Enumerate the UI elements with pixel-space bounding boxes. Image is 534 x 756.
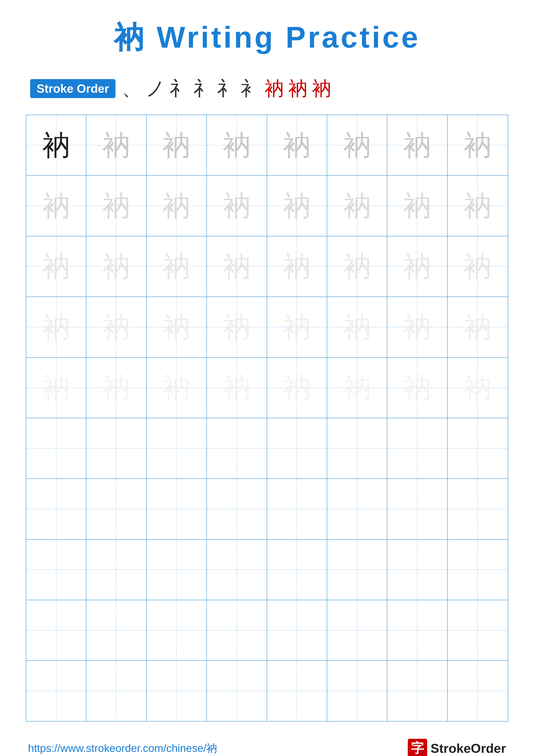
grid-cell-10-1[interactable] bbox=[26, 661, 87, 721]
grid-cell-3-6[interactable]: 衲 bbox=[327, 236, 387, 297]
grid-cell-8-8[interactable] bbox=[447, 540, 508, 600]
grid-cell-6-5[interactable] bbox=[267, 418, 327, 478]
grid-cell-7-3[interactable] bbox=[147, 479, 207, 539]
stroke-5: 礻 bbox=[217, 75, 237, 102]
char-display: 衲 bbox=[283, 374, 311, 402]
grid-cell-7-8[interactable] bbox=[447, 479, 508, 539]
grid-cell-3-7[interactable]: 衲 bbox=[387, 236, 447, 297]
grid-cell-6-6[interactable] bbox=[327, 418, 387, 478]
grid-cell-9-4[interactable] bbox=[207, 600, 267, 660]
grid-cell-7-2[interactable] bbox=[87, 479, 146, 539]
grid-cell-8-2[interactable] bbox=[87, 540, 146, 600]
grid-cell-9-5[interactable] bbox=[267, 600, 327, 660]
grid-cell-7-7[interactable] bbox=[387, 479, 447, 539]
grid-cell-1-6[interactable]: 衲 bbox=[327, 115, 387, 175]
grid-cell-2-8[interactable]: 衲 bbox=[447, 176, 508, 236]
char-display: 衲 bbox=[163, 192, 191, 220]
grid-cell-2-1[interactable]: 衲 bbox=[26, 176, 87, 236]
grid-cell-5-5[interactable]: 衲 bbox=[267, 358, 327, 418]
grid-cell-7-5[interactable] bbox=[267, 479, 327, 539]
grid-cell-6-7[interactable] bbox=[387, 418, 447, 478]
grid-cell-1-8[interactable]: 衲 bbox=[447, 115, 508, 175]
grid-cell-2-2[interactable]: 衲 bbox=[87, 176, 146, 236]
grid-cell-6-1[interactable] bbox=[26, 418, 87, 478]
grid-cell-9-8[interactable] bbox=[447, 600, 508, 660]
grid-cell-3-2[interactable]: 衲 bbox=[87, 236, 146, 297]
char-display: 衲 bbox=[464, 374, 492, 402]
practice-grid: 衲 衲 衲 衲 衲 衲 衲 衲 bbox=[26, 115, 508, 721]
grid-cell-8-7[interactable] bbox=[387, 540, 447, 600]
grid-row-6 bbox=[26, 418, 508, 479]
grid-cell-4-8[interactable]: 衲 bbox=[447, 297, 508, 357]
grid-cell-5-7[interactable]: 衲 bbox=[387, 358, 447, 418]
footer-url[interactable]: https://www.strokeorder.com/chinese/衲 bbox=[28, 741, 217, 756]
grid-cell-5-1[interactable]: 衲 bbox=[26, 358, 87, 418]
grid-cell-1-7[interactable]: 衲 bbox=[387, 115, 447, 175]
grid-cell-6-2[interactable] bbox=[87, 418, 146, 478]
grid-cell-5-2[interactable]: 衲 bbox=[87, 358, 146, 418]
grid-row-3: 衲 衲 衲 衲 衲 衲 衲 衲 bbox=[26, 236, 508, 297]
grid-cell-9-3[interactable] bbox=[147, 600, 207, 660]
grid-cell-8-4[interactable] bbox=[207, 540, 267, 600]
char-display: 衲 bbox=[223, 252, 251, 281]
grid-cell-3-3[interactable]: 衲 bbox=[147, 236, 207, 297]
grid-cell-6-3[interactable] bbox=[147, 418, 207, 478]
grid-cell-8-6[interactable] bbox=[327, 540, 387, 600]
grid-cell-2-5[interactable]: 衲 bbox=[267, 176, 327, 236]
grid-cell-2-7[interactable]: 衲 bbox=[387, 176, 447, 236]
grid-cell-1-5[interactable]: 衲 bbox=[267, 115, 327, 175]
grid-cell-10-3[interactable] bbox=[147, 661, 207, 721]
grid-cell-7-6[interactable] bbox=[327, 479, 387, 539]
grid-cell-9-6[interactable] bbox=[327, 600, 387, 660]
grid-cell-5-3[interactable]: 衲 bbox=[147, 358, 207, 418]
grid-cell-1-2[interactable]: 衲 bbox=[87, 115, 146, 175]
char-display: 衲 bbox=[163, 313, 191, 341]
grid-cell-2-3[interactable]: 衲 bbox=[147, 176, 207, 236]
grid-cell-10-2[interactable] bbox=[87, 661, 146, 721]
grid-cell-4-4[interactable]: 衲 bbox=[207, 297, 267, 357]
grid-cell-4-3[interactable]: 衲 bbox=[147, 297, 207, 357]
grid-cell-10-7[interactable] bbox=[387, 661, 447, 721]
stroke-sequence: 、 ノ 礻 礻 礻 衤 衲 衲 衲 bbox=[122, 75, 331, 102]
grid-cell-1-3[interactable]: 衲 bbox=[147, 115, 207, 175]
grid-cell-8-1[interactable] bbox=[26, 540, 87, 600]
grid-cell-4-1[interactable]: 衲 bbox=[26, 297, 87, 357]
grid-cell-10-6[interactable] bbox=[327, 661, 387, 721]
grid-cell-4-2[interactable]: 衲 bbox=[87, 297, 146, 357]
char-display: 衲 bbox=[102, 374, 130, 402]
grid-cell-2-6[interactable]: 衲 bbox=[327, 176, 387, 236]
grid-cell-7-1[interactable] bbox=[26, 479, 87, 539]
char-display: 衲 bbox=[283, 252, 311, 281]
grid-cell-3-1[interactable]: 衲 bbox=[26, 236, 87, 297]
grid-cell-5-8[interactable]: 衲 bbox=[447, 358, 508, 418]
grid-cell-6-8[interactable] bbox=[447, 418, 508, 478]
stroke-9: 衲 bbox=[312, 75, 331, 102]
char-display: 衲 bbox=[343, 313, 371, 341]
grid-cell-10-4[interactable] bbox=[207, 661, 267, 721]
grid-cell-10-8[interactable] bbox=[447, 661, 508, 721]
grid-cell-5-4[interactable]: 衲 bbox=[207, 358, 267, 418]
grid-cell-9-7[interactable] bbox=[387, 600, 447, 660]
grid-cell-3-8[interactable]: 衲 bbox=[447, 236, 508, 297]
grid-cell-3-5[interactable]: 衲 bbox=[267, 236, 327, 297]
grid-cell-4-7[interactable]: 衲 bbox=[387, 297, 447, 357]
grid-cell-3-4[interactable]: 衲 bbox=[207, 236, 267, 297]
grid-cell-7-4[interactable] bbox=[207, 479, 267, 539]
char-display: 衲 bbox=[343, 374, 371, 402]
grid-cell-5-6[interactable]: 衲 bbox=[327, 358, 387, 418]
grid-cell-1-4[interactable]: 衲 bbox=[207, 115, 267, 175]
grid-row-4: 衲 衲 衲 衲 衲 衲 衲 衲 bbox=[26, 297, 508, 358]
grid-cell-9-1[interactable] bbox=[26, 600, 87, 660]
grid-cell-10-5[interactable] bbox=[267, 661, 327, 721]
char-display: 衲 bbox=[42, 252, 70, 281]
grid-row-7 bbox=[26, 479, 508, 539]
grid-cell-8-3[interactable] bbox=[147, 540, 207, 600]
grid-cell-6-4[interactable] bbox=[207, 418, 267, 478]
grid-cell-4-6[interactable]: 衲 bbox=[327, 297, 387, 357]
grid-cell-1-1[interactable]: 衲 bbox=[26, 115, 87, 175]
grid-cell-4-5[interactable]: 衲 bbox=[267, 297, 327, 357]
grid-cell-8-5[interactable] bbox=[267, 540, 327, 600]
grid-cell-9-2[interactable] bbox=[87, 600, 146, 660]
footer: https://www.strokeorder.com/chinese/衲 字 … bbox=[26, 739, 508, 756]
grid-cell-2-4[interactable]: 衲 bbox=[207, 176, 267, 236]
